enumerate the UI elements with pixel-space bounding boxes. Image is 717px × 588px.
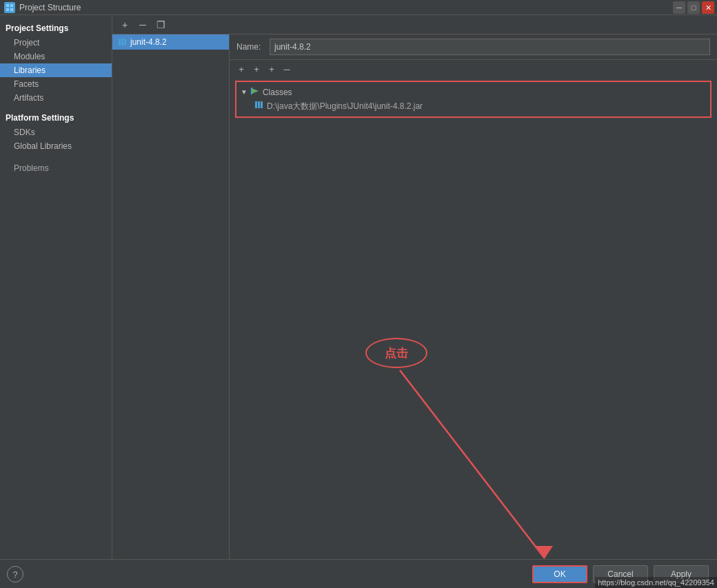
sidebar-item-facets[interactable]: Facets xyxy=(0,77,112,91)
sidebar: Project Settings Project Modules Librari… xyxy=(0,15,112,559)
library-item-name: junit-4.8.2 xyxy=(130,37,167,47)
project-settings-title: Project Settings xyxy=(0,21,112,36)
tree-add1-button[interactable]: + xyxy=(235,63,248,75)
window-title: Project Structure xyxy=(19,3,81,12)
minimize-button[interactable]: ─ xyxy=(673,1,685,14)
add-library-button[interactable]: + xyxy=(118,18,132,32)
tree-classes-node[interactable]: ▼ Classes xyxy=(239,85,707,99)
jar-path-label: D:\java大数据\Plugins\JUnit4\junit-4.8.2.ja… xyxy=(267,101,423,112)
tree-add3-button[interactable]: + xyxy=(265,63,278,75)
svg-rect-11 xyxy=(261,101,263,108)
window-controls: ─ □ ✕ xyxy=(673,1,714,14)
title-bar: Project Structure ─ □ ✕ xyxy=(0,0,717,15)
svg-marker-7 xyxy=(252,88,259,94)
name-input[interactable] xyxy=(270,39,710,55)
sidebar-item-global-libraries[interactable]: Global Libraries xyxy=(0,139,112,153)
svg-rect-1 xyxy=(10,4,13,7)
svg-rect-4 xyxy=(119,39,121,45)
watermark: https://blog.csdn.net/qq_42209354 xyxy=(595,577,717,588)
classes-folder-icon xyxy=(250,86,260,98)
svg-rect-9 xyxy=(255,101,257,108)
name-label: Name: xyxy=(236,42,264,52)
tree-remove-button[interactable]: ─ xyxy=(281,63,293,75)
sidebar-item-project[interactable]: Project xyxy=(0,36,112,50)
svg-rect-8 xyxy=(251,88,252,94)
main-container: Project Settings Project Modules Librari… xyxy=(0,15,717,559)
right-panel: Name: + + + ─ ▼ xyxy=(230,34,717,559)
library-item-junit[interactable]: junit-4.8.2 xyxy=(112,34,229,50)
jar-node[interactable]: D:\java大数据\Plugins\JUnit4\junit-4.8.2.ja… xyxy=(253,99,707,114)
tree-toolbar: + + + ─ xyxy=(230,60,717,78)
copy-library-button[interactable]: ❐ xyxy=(154,18,168,32)
tree-jar-child: D:\java大数据\Plugins\JUnit4\junit-4.8.2.ja… xyxy=(239,99,707,114)
library-toolbar: + ─ ❐ xyxy=(112,15,717,34)
svg-rect-10 xyxy=(258,101,260,108)
maximize-button[interactable]: □ xyxy=(687,1,700,14)
svg-rect-5 xyxy=(121,39,123,45)
tree-add2-button[interactable]: + xyxy=(250,63,263,75)
sidebar-item-problems[interactable]: Problems xyxy=(0,161,112,175)
sidebar-item-artifacts[interactable]: Artifacts xyxy=(0,91,112,105)
svg-rect-6 xyxy=(124,39,126,45)
tree-view: ▼ Classes xyxy=(235,81,711,118)
help-button[interactable]: ? xyxy=(7,566,23,582)
library-icon xyxy=(118,37,128,47)
name-row: Name: xyxy=(230,34,717,60)
split-layout: junit-4.8.2 Name: + + + ─ xyxy=(112,34,717,559)
svg-rect-2 xyxy=(6,8,9,11)
sidebar-item-modules[interactable]: Modules xyxy=(0,50,112,63)
ok-button[interactable]: OK xyxy=(532,565,587,583)
svg-rect-3 xyxy=(10,8,13,11)
classes-label: Classes xyxy=(263,88,292,97)
remove-library-button[interactable]: ─ xyxy=(136,18,150,32)
collapse-icon: ▼ xyxy=(241,88,248,96)
jar-icon xyxy=(254,101,264,112)
sidebar-item-libraries[interactable]: Libraries xyxy=(0,63,112,77)
platform-settings-title: Platform Settings xyxy=(0,110,112,125)
app-icon xyxy=(4,2,15,13)
library-list: junit-4.8.2 xyxy=(112,34,230,559)
svg-rect-0 xyxy=(6,4,9,7)
sidebar-item-sdks[interactable]: SDKs xyxy=(0,125,112,139)
content-area: + ─ ❐ junit-4.8.2 xyxy=(112,15,717,559)
close-button[interactable]: ✕ xyxy=(702,1,714,14)
